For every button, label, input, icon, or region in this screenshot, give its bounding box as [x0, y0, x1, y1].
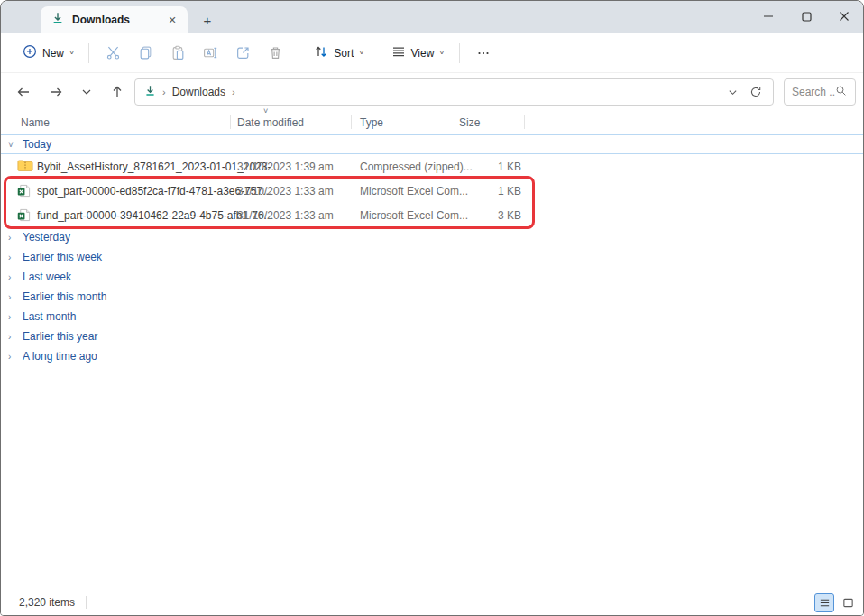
more-options-button[interactable]	[467, 39, 500, 68]
column-header-type[interactable]: Type	[360, 116, 383, 129]
view-toggles	[814, 593, 858, 612]
status-bar: 2,320 items	[1, 590, 863, 615]
refresh-icon[interactable]	[744, 81, 767, 103]
details-view-button[interactable]	[814, 593, 834, 612]
toolbar-divider	[88, 43, 89, 63]
address-bar[interactable]: › Downloads ›	[134, 78, 774, 106]
share-button[interactable]	[226, 39, 259, 68]
chevron-down-icon[interactable]: ˅	[8, 140, 21, 150]
chevron-right-icon[interactable]: ›	[8, 253, 21, 262]
maximize-button[interactable]	[787, 1, 825, 32]
group-header-earlier-this-year[interactable]: › Earlier this year	[1, 326, 863, 346]
downloads-icon	[144, 84, 156, 100]
minimize-button[interactable]	[749, 1, 787, 32]
group-header-earlier-this-month[interactable]: › Earlier this month	[1, 287, 863, 307]
file-date: 31/10/2023 1:33 am	[237, 209, 334, 222]
group-header-last-month[interactable]: › Last month	[1, 307, 863, 326]
chevron-down-icon: ˅	[359, 50, 363, 57]
zip-folder-icon	[17, 159, 33, 176]
sort-direction-chevron-icon: ˅	[263, 106, 268, 115]
toolbar-divider	[299, 43, 299, 63]
address-bar-row: › Downloads ›	[1, 73, 863, 111]
group-header-earlier-this-week[interactable]: › Earlier this week	[1, 247, 863, 267]
breadcrumb-downloads[interactable]: Downloads	[172, 86, 225, 98]
column-divider[interactable]	[230, 115, 231, 129]
rename-button[interactable]	[194, 39, 226, 68]
search-input[interactable]	[792, 86, 835, 98]
up-button[interactable]	[104, 79, 131, 105]
sort-arrows-icon	[314, 44, 328, 61]
copy-button[interactable]	[129, 39, 161, 68]
large-icons-view-button[interactable]	[838, 593, 858, 612]
search-box[interactable]	[784, 78, 856, 106]
group-label: Yesterday	[23, 231, 70, 244]
address-dropdown-icon[interactable]	[721, 81, 744, 103]
forward-button[interactable]	[42, 79, 69, 105]
recent-locations-button[interactable]	[73, 79, 100, 105]
excel-icon	[17, 184, 31, 201]
breadcrumb-chevron-icon: ›	[232, 87, 235, 97]
file-list: ˅ Today Bybit_AssetHistory_8781621_2023-…	[1, 134, 863, 366]
chevron-right-icon[interactable]: ›	[8, 352, 21, 362]
group-label: Earlier this year	[23, 330, 97, 343]
file-date: 31/10/2023 1:39 am	[237, 161, 334, 173]
breadcrumb-chevron-icon: ›	[162, 87, 166, 97]
group-label: Last week	[23, 271, 71, 283]
group-header-last-week[interactable]: › Last week	[1, 267, 863, 287]
column-divider[interactable]	[455, 115, 455, 129]
close-button[interactable]	[825, 1, 863, 32]
group-label: Earlier this week	[23, 251, 102, 263]
new-button[interactable]: New ˅	[15, 39, 81, 68]
column-divider[interactable]	[351, 115, 352, 129]
column-header-date-modified[interactable]: Date modified	[237, 116, 304, 129]
column-header-row: ˅ Name Date modified Type Size	[1, 111, 863, 134]
file-date: 31/10/2023 1:33 am	[237, 185, 334, 198]
file-row-fund[interactable]: fund_part-00000-39410462-22a9-4b75-afb1-…	[1, 203, 863, 227]
chevron-right-icon[interactable]: ›	[8, 312, 21, 322]
column-header-name[interactable]: Name	[21, 116, 50, 129]
file-size: 1 KB	[452, 161, 521, 173]
paste-button[interactable]	[161, 39, 194, 68]
items-count: 2,320 items	[19, 596, 75, 609]
group-header-yesterday[interactable]: › Yesterday	[1, 227, 863, 247]
file-explorer-window: Downloads ✕ + New ˅ Sort ˅ V	[0, 0, 864, 616]
back-button[interactable]	[10, 79, 37, 105]
group-label: Earlier this month	[23, 290, 106, 303]
title-bar: Downloads ✕ +	[1, 1, 863, 33]
group-label: Today	[23, 138, 51, 151]
file-size: 3 KB	[452, 209, 521, 222]
view-button[interactable]: View ˅	[384, 39, 452, 68]
sort-button-label: Sort	[334, 47, 354, 60]
chevron-down-icon: ˅	[69, 50, 74, 57]
chevron-right-icon[interactable]: ›	[8, 292, 21, 302]
group-label: A long time ago	[23, 350, 97, 363]
toolbar-divider	[459, 43, 460, 63]
downloads-icon	[51, 12, 64, 28]
window-controls	[749, 1, 863, 32]
column-divider[interactable]	[524, 115, 525, 129]
view-button-label: View	[411, 47, 435, 60]
view-lines-icon	[391, 44, 406, 61]
status-divider	[86, 596, 87, 609]
excel-icon	[17, 208, 31, 225]
group-header-a-long-time-ago[interactable]: › A long time ago	[1, 346, 863, 366]
command-toolbar: New ˅ Sort ˅ View ˅	[1, 33, 863, 73]
tab-close-icon[interactable]: ✕	[164, 12, 180, 28]
sort-button[interactable]: Sort ˅	[307, 39, 371, 68]
chevron-right-icon[interactable]: ›	[8, 272, 21, 282]
chevron-right-icon[interactable]: ›	[8, 332, 21, 342]
delete-button[interactable]	[259, 39, 291, 68]
chevron-right-icon[interactable]: ›	[8, 233, 21, 243]
chevron-down-icon: ˅	[439, 50, 444, 57]
file-row-zip[interactable]: Bybit_AssetHistory_8781621_2023-01-01_20…	[1, 154, 863, 179]
file-size: 1 KB	[452, 185, 521, 198]
search-icon	[835, 84, 847, 100]
column-header-size[interactable]: Size	[459, 116, 480, 129]
cut-button[interactable]	[97, 39, 129, 68]
file-row-spot[interactable]: spot_part-00000-ed85f2ca-f7fd-4781-a3e6-…	[1, 179, 863, 203]
plus-circle-icon	[23, 44, 37, 61]
new-tab-button[interactable]: +	[198, 10, 217, 30]
tab-downloads[interactable]: Downloads ✕	[41, 6, 188, 33]
group-header-today[interactable]: ˅ Today	[1, 134, 863, 154]
new-button-label: New	[42, 47, 64, 60]
